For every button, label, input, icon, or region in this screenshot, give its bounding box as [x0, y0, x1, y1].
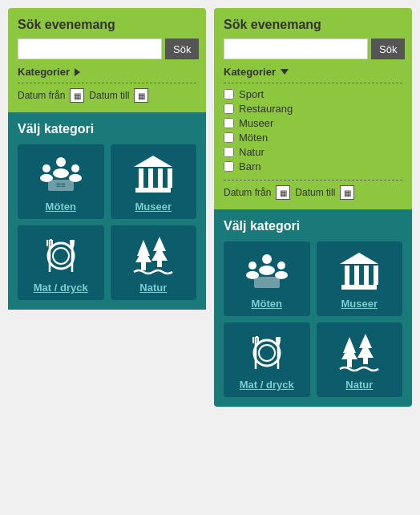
svg-rect-51	[347, 359, 352, 367]
checkbox-barn[interactable]: Barn	[224, 160, 402, 172]
right-category-panel: Välj kategori Möten	[214, 209, 412, 407]
right-date-to-label: Datum till	[295, 187, 335, 198]
left-categories-label[interactable]: Kategorier	[18, 66, 70, 78]
svg-rect-39	[374, 266, 378, 285]
right-date-from-label: Datum från	[224, 187, 271, 198]
left-categories-arrow-icon	[75, 68, 80, 76]
svg-marker-26	[151, 246, 168, 261]
left-meetings-label: Möten	[46, 201, 76, 213]
right-checkbox-list: Sport Restaurang Museer Möten Natur	[224, 88, 402, 180]
right-category-meetings[interactable]: Möten	[224, 241, 310, 316]
left-museums-label: Museer	[135, 201, 172, 213]
right-search-title: Sök evenemang	[224, 18, 402, 32]
svg-marker-35	[340, 253, 378, 264]
right-category-food[interactable]: Mat / dryck	[224, 322, 310, 397]
checkbox-moten-label: Möten	[239, 132, 268, 144]
right-search-input[interactable]	[224, 39, 368, 59]
checkbox-natur-input[interactable]	[224, 147, 234, 157]
left-search-title: Sök evenemang	[18, 18, 196, 32]
right-category-grid: Möten Museer	[224, 241, 402, 397]
svg-point-2	[42, 164, 50, 172]
svg-rect-38	[364, 266, 369, 285]
right-categories-arrow-icon	[281, 69, 289, 75]
left-search-input[interactable]	[18, 39, 162, 59]
left-date-row: Datum från ▦ Datum till ▦	[18, 88, 196, 103]
right-meetings-label: Möten	[252, 298, 282, 310]
right-search-button[interactable]: Sök	[371, 39, 405, 59]
svg-rect-9	[139, 168, 143, 188]
svg-rect-13	[135, 188, 171, 193]
svg-point-4	[71, 164, 79, 172]
right-date-from-picker[interactable]: ▦	[276, 185, 290, 200]
svg-point-29	[259, 266, 275, 275]
svg-text:≡≡: ≡≡	[56, 180, 66, 189]
svg-rect-10	[148, 168, 153, 188]
checkbox-sport-label: Sport	[239, 88, 264, 100]
left-date-to-picker[interactable]: ▦	[134, 88, 148, 103]
right-category-museums[interactable]: Museer	[317, 241, 403, 316]
svg-rect-11	[158, 168, 163, 188]
left-categories-row[interactable]: Kategorier	[18, 66, 196, 83]
left-search-button[interactable]: Sök	[165, 39, 199, 59]
right-date-to-picker[interactable]: ▦	[340, 185, 354, 200]
checkbox-restaurang[interactable]: Restaurang	[224, 103, 402, 115]
checkbox-moten[interactable]: Möten	[224, 132, 402, 144]
right-search-panel: Sök evenemang Sök Kategorier Sport Resta…	[214, 8, 412, 209]
left-category-nature[interactable]: Natur	[111, 225, 197, 300]
right-nature-icon	[337, 330, 382, 375]
svg-rect-54	[363, 358, 368, 364]
left-category-grid: ≡≡ Möten	[18, 144, 196, 300]
svg-point-0	[56, 157, 66, 167]
svg-point-1	[53, 168, 69, 178]
checkbox-sport-input[interactable]	[224, 89, 234, 99]
left-date-from-label: Datum från	[18, 90, 65, 101]
svg-point-41	[254, 340, 280, 366]
svg-point-32	[277, 262, 285, 270]
svg-point-14	[48, 243, 74, 269]
svg-point-28	[262, 254, 272, 264]
right-food-icon	[244, 330, 289, 375]
left-category-meetings[interactable]: ≡≡ Möten	[18, 144, 104, 219]
left-category-panel: Välj kategori ≡≡	[8, 112, 206, 310]
checkbox-natur-label: Natur	[239, 146, 265, 158]
svg-point-42	[259, 345, 275, 361]
svg-rect-37	[354, 266, 359, 285]
checkbox-natur[interactable]: Natur	[224, 146, 402, 158]
left-food-label: Mat / dryck	[34, 282, 88, 294]
svg-marker-8	[134, 156, 172, 167]
left-category-title: Välj kategori	[18, 122, 196, 136]
left-date-from-picker[interactable]: ▦	[70, 88, 84, 103]
svg-rect-12	[168, 168, 172, 188]
right-museums-icon	[337, 249, 382, 294]
checkbox-moten-input[interactable]	[224, 132, 234, 143]
right-nature-label: Natur	[345, 379, 373, 391]
nature-icon	[131, 233, 176, 278]
right-category-title: Välj kategori	[224, 219, 402, 233]
right-date-row: Datum från ▦ Datum till ▦	[224, 185, 402, 200]
svg-rect-40	[341, 285, 377, 290]
checkbox-restaurang-input[interactable]	[224, 103, 234, 114]
checkbox-museer-label: Museer	[239, 117, 273, 129]
left-category-museums[interactable]: Museer	[111, 144, 197, 219]
left-search-panel: Sök evenemang Sök Kategorier Datum från …	[8, 8, 206, 112]
checkbox-restaurang-label: Restaurang	[239, 103, 293, 115]
right-museums-label: Museer	[341, 298, 378, 310]
svg-rect-24	[141, 262, 146, 270]
left-date-to-label: Datum till	[89, 90, 129, 101]
svg-marker-53	[357, 343, 374, 358]
right-categories-row[interactable]: Kategorier	[224, 66, 402, 83]
checkbox-museer-input[interactable]	[224, 118, 234, 128]
checkbox-barn-label: Barn	[239, 160, 260, 172]
meetings-icon: ≡≡	[38, 152, 83, 197]
left-category-food[interactable]: Mat / dryck	[18, 225, 104, 300]
checkbox-barn-input[interactable]	[224, 161, 234, 172]
right-categories-label[interactable]: Kategorier	[224, 66, 276, 78]
right-food-label: Mat / dryck	[240, 379, 294, 391]
checkbox-museer[interactable]: Museer	[224, 117, 402, 129]
checkbox-sport[interactable]: Sport	[224, 88, 402, 100]
svg-point-30	[248, 262, 256, 270]
right-category-nature[interactable]: Natur	[317, 322, 403, 397]
svg-point-15	[53, 248, 69, 264]
svg-rect-34	[254, 277, 280, 288]
svg-rect-27	[157, 261, 162, 267]
